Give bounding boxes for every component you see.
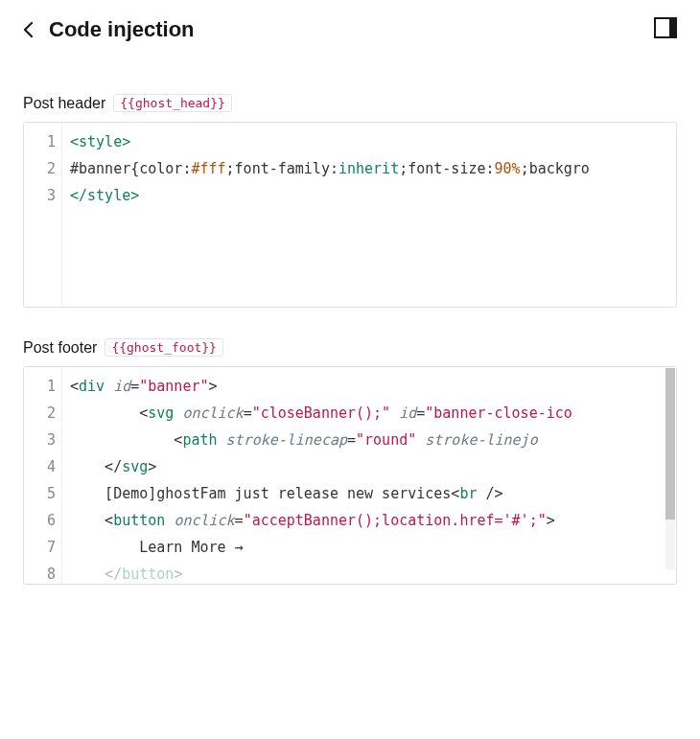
post-footer-label-row: Post footer {{ghost_foot}} [23, 338, 677, 357]
content-area: Post header {{ghost_head}} 123 <style>#b… [0, 52, 700, 585]
code-content[interactable]: <div id="banner"> <svg onclick="closeBan… [62, 367, 676, 584]
post-header-code-editor[interactable]: 123 <style>#banner{color:#fff;font-famil… [23, 122, 677, 308]
post-footer-label: Post footer [23, 339, 97, 357]
vertical-scrollbar[interactable] [665, 368, 675, 569]
code-content[interactable]: <style>#banner{color:#fff;font-family:in… [62, 123, 676, 307]
panel-right-icon [654, 17, 677, 38]
ghost-head-tag-badge: {{ghost_head}} [113, 94, 232, 112]
post-header-section: Post header {{ghost_head}} 123 <style>#b… [23, 94, 677, 308]
post-footer-code-editor[interactable]: 12345678 <div id="banner"> <svg onclick=… [23, 366, 677, 585]
post-footer-section: Post footer {{ghost_foot}} 12345678 <div… [23, 338, 677, 585]
post-header-label: Post header [23, 95, 105, 112]
sidebar-toggle-button[interactable] [654, 17, 677, 42]
back-button[interactable] [23, 21, 34, 38]
header-left: Code injection [23, 19, 195, 40]
line-gutter: 12345678 [24, 367, 62, 584]
line-gutter: 123 [24, 123, 62, 307]
chevron-left-icon [23, 21, 34, 38]
page-header: Code injection [0, 0, 700, 52]
post-header-label-row: Post header {{ghost_head}} [23, 94, 677, 112]
vertical-scrollbar-thumb[interactable] [665, 368, 675, 520]
page-title: Code injection [49, 19, 195, 40]
svg-rect-1 [669, 18, 676, 37]
ghost-foot-tag-badge: {{ghost_foot}} [105, 338, 223, 357]
